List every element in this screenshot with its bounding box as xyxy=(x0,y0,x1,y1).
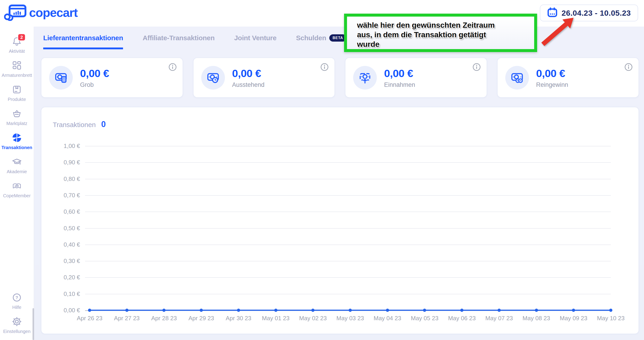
gridline xyxy=(85,277,611,278)
x-tick-label: Apr 27 23 xyxy=(114,315,140,322)
dashboard-grid-icon xyxy=(11,60,22,71)
gridline xyxy=(85,294,611,294)
chart-title-label: Transaktionen xyxy=(53,121,96,129)
sidebar-scrollbar-thumb[interactable] xyxy=(32,308,34,340)
stat-value: 0,00 € xyxy=(536,67,568,79)
sidebar-item-transaktionen[interactable]: Transaktionen xyxy=(0,132,34,150)
open-book-icon xyxy=(11,180,22,192)
tab-label: Affiliate-Transaktionen xyxy=(142,34,215,42)
stat-value: 0,00 € xyxy=(232,67,265,79)
sidebar-item-aktivitaet[interactable]: 2 Aktivität xyxy=(0,36,34,54)
stat-label: Reingewinn xyxy=(536,81,568,88)
sidebar-item-akademie[interactable]: Akademie xyxy=(0,156,34,174)
y-tick-label: 0,20 € xyxy=(46,274,80,281)
gridline xyxy=(85,228,611,229)
date-range-picker[interactable]: 26.04.23 - 10.05.23 xyxy=(540,4,638,21)
stat-card-grob: 0,00 € Grob xyxy=(41,57,183,98)
x-tick-label: May 07 23 xyxy=(485,315,513,322)
info-icon[interactable] xyxy=(168,62,177,72)
y-tick-label: 1,00 € xyxy=(46,142,80,150)
data-point-dot xyxy=(125,309,128,312)
x-tick-label: May 01 23 xyxy=(262,315,290,322)
gridline xyxy=(85,146,611,146)
stat-card-reingewinn: 0,00 € Reingewinn xyxy=(497,57,639,98)
x-tick-label: May 09 23 xyxy=(560,315,588,322)
question-circle-icon: ? xyxy=(11,292,22,303)
y-tick-label: 0,00 € xyxy=(46,307,80,314)
info-icon[interactable] xyxy=(472,62,481,72)
x-tick-label: May 08 23 xyxy=(522,315,550,322)
sidebar-item-label: Armaturenbrett xyxy=(2,73,32,78)
gridline xyxy=(85,261,611,261)
sidebar-item-label: Produkte xyxy=(8,97,26,102)
tab-label: Lieferantentransaktionen xyxy=(43,34,123,42)
x-tick-label: May 02 23 xyxy=(299,315,327,322)
banknote-clock-icon xyxy=(201,66,225,89)
data-point-dot xyxy=(498,309,501,312)
sidebar-item-label: Akademie xyxy=(7,169,27,174)
tab-affiliate-transaktionen[interactable]: Affiliate-Transaktionen xyxy=(142,26,215,49)
stat-card-ausstehend: 0,00 € Ausstehend xyxy=(193,57,335,98)
copecart-logo-icon xyxy=(4,4,27,21)
info-icon[interactable] xyxy=(624,62,633,72)
y-tick-label: 0,90 € xyxy=(46,159,80,166)
data-point-dot xyxy=(535,309,538,312)
gridline xyxy=(85,245,611,245)
gridline xyxy=(85,179,611,179)
x-tick-label: Apr 29 23 xyxy=(188,315,214,322)
x-tick-label: May 04 23 xyxy=(374,315,401,322)
stat-value: 0,00 € xyxy=(384,67,415,79)
x-tick-label: May 03 23 xyxy=(336,315,364,322)
sidebar-item-copemember[interactable]: CopeMember xyxy=(0,180,34,198)
data-point-dot xyxy=(460,309,464,312)
calendar-icon xyxy=(547,7,558,19)
x-axis-labels: Apr 26 23Apr 27 23Apr 28 23Apr 29 23Apr … xyxy=(90,315,611,325)
graduation-cap-icon xyxy=(11,156,22,167)
x-tick-label: Apr 30 23 xyxy=(226,315,251,322)
beta-badge: BETA xyxy=(329,34,346,41)
sidebar-item-label: Hilfe xyxy=(12,305,22,310)
sidebar-item-marktplatz[interactable]: Marktplatz xyxy=(0,108,34,126)
x-tick-label: May 05 23 xyxy=(411,315,438,322)
data-point-dot xyxy=(237,309,240,312)
data-point-dot xyxy=(200,309,203,312)
package-icon xyxy=(11,84,22,95)
y-tick-label: 0,80 € xyxy=(46,175,80,182)
bell-icon: 2 xyxy=(11,36,22,47)
tab-joint-venture[interactable]: Joint Venture xyxy=(234,26,276,49)
banknote-coins-icon xyxy=(505,66,529,89)
annotation-text-line: wurde xyxy=(357,39,534,49)
annotation-text-line: aus, in dem die Transaktion getätigt xyxy=(357,30,534,39)
tab-schulden[interactable]: Schulden BETA xyxy=(296,26,346,49)
y-tick-label: 0,60 € xyxy=(46,208,80,215)
stat-value: 0,00 € xyxy=(80,67,109,79)
basket-icon xyxy=(11,108,22,119)
data-point-dot xyxy=(274,309,278,312)
sidebar-item-produkte[interactable]: Produkte xyxy=(0,84,34,102)
sidebar-item-label: Transaktionen xyxy=(1,145,32,150)
sidebar-item-einstellungen[interactable]: Einstellungen xyxy=(0,316,34,334)
gridline xyxy=(85,195,611,196)
svg-text:?: ? xyxy=(16,295,18,300)
chart-count: 0 xyxy=(101,120,106,129)
tab-lieferantentransaktionen[interactable]: Lieferantentransaktionen xyxy=(43,26,123,49)
sidebar-item-armaturenbrett[interactable]: Armaturenbrett xyxy=(0,60,34,78)
y-tick-label: 0,10 € xyxy=(46,290,80,297)
data-point-dot xyxy=(311,309,314,312)
y-tick-label: 0,50 € xyxy=(46,225,80,232)
data-point-dot xyxy=(386,309,389,312)
logo-wordmark: copecart xyxy=(29,5,78,19)
tab-label: Joint Venture xyxy=(234,34,276,42)
gridline xyxy=(85,212,611,212)
data-point-dot xyxy=(572,309,575,312)
stat-card-einnahmen: 0,00 € Einnahmen xyxy=(345,57,487,98)
gridline xyxy=(85,162,611,163)
info-icon[interactable] xyxy=(320,62,329,72)
copecart-logo[interactable]: copecart xyxy=(4,4,78,21)
transactions-chart-card: Transaktionen 0 1,00 €0,90 €0,80 €0,70 €… xyxy=(41,107,639,334)
sidebar-item-hilfe[interactable]: ? Hilfe xyxy=(0,292,34,310)
data-point-dot xyxy=(609,309,612,312)
sidebar: 2 Aktivität Armaturenbrett Produkte xyxy=(0,26,34,340)
data-point-dot xyxy=(348,309,352,312)
stat-cards-row: 0,00 € Grob xyxy=(34,49,644,98)
